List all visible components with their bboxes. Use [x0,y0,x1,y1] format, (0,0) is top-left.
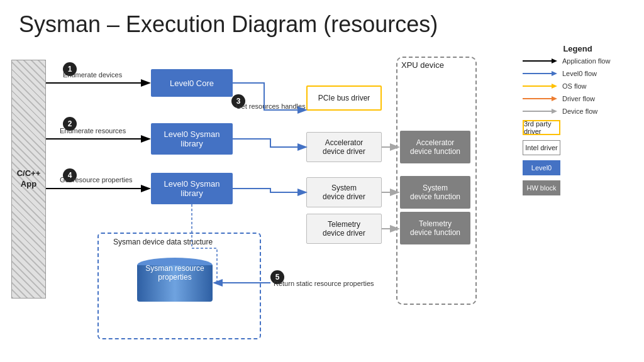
legend-device-flow-line [523,107,557,115]
legend-level0-flow-line [523,70,557,77]
legend-row-app-flow: Application flow [523,57,633,65]
legend-row-os-flow: OS flow [523,82,633,90]
telemetry-device-function: Telemetry device function [400,212,470,244]
svg-marker-8 [552,58,557,63]
cylinder-body [137,265,213,302]
legend-app-flow-label: Application flow [562,57,610,65]
legend-row-device-flow: Device flow [523,107,633,115]
legend-row-driver-flow: Driver flow [523,95,633,102]
label-enumerate-resources: Enumerate resources [60,127,126,134]
legend: Legend Application flow Level0 flow OS f… [523,44,633,200]
legend-os-flow-label: OS flow [562,82,587,90]
legend-app-flow-line [523,57,557,65]
svg-marker-10 [552,71,557,76]
legend-row-3rd-party: 3rd party driver [523,120,633,135]
xpu-label: XPU device [401,60,444,70]
legend-os-flow-line [523,82,557,90]
legend-row-level0: Level0 [523,160,633,175]
system-device-function: System device function [400,176,470,209]
level0-sysman-2: Level0 Sysman library [151,173,233,204]
svg-marker-14 [552,96,557,101]
legend-level0-swatch: Level0 [523,160,560,175]
legend-row-hw-block: HW block [523,180,633,195]
legend-driver-flow-line [523,95,557,102]
accelerator-device-driver: Accelerator device driver [306,132,382,162]
cylinder [137,258,213,308]
svg-marker-16 [552,109,557,114]
app-label: C/C++App [17,168,41,190]
accelerator-device-function: Accelerator device function [400,131,470,163]
legend-3rd-party-swatch: 3rd party driver [523,120,560,135]
sysman-dashed-label: Sysman device data structure [113,238,213,246]
level0-core: Level0 Core [151,69,233,97]
legend-device-flow-label: Device flow [562,107,597,115]
legend-intel-driver-swatch: Intel driver [523,140,560,155]
svg-marker-12 [552,84,557,89]
legend-hw-block-swatch: HW block [523,180,560,195]
telemetry-device-driver: Telemetry device driver [306,214,382,244]
legend-driver-flow-label: Driver flow [562,95,595,102]
legend-level0-flow-label: Level0 flow [562,70,597,77]
label-enumerate-devices: Enumerate devices [63,71,122,79]
label-get-resource-properties: Get resource properties [60,176,133,184]
system-device-driver: System device driver [306,177,382,207]
legend-row-level0-flow: Level0 flow [523,70,633,77]
legend-row-intel-driver: Intel driver [523,140,633,155]
legend-title: Legend [523,44,633,53]
label-return-static: Return static resource properties [274,280,374,287]
level0-sysman-1: Level0 Sysman library [151,123,233,155]
pcie-bus-driver: PCIe bus driver [306,85,382,111]
label-get-resources-handles: Get resources handles [236,102,306,110]
page-title: Sysman – Execution Diagram (resources) [19,11,438,38]
app-block: C/C++App [11,60,46,299]
